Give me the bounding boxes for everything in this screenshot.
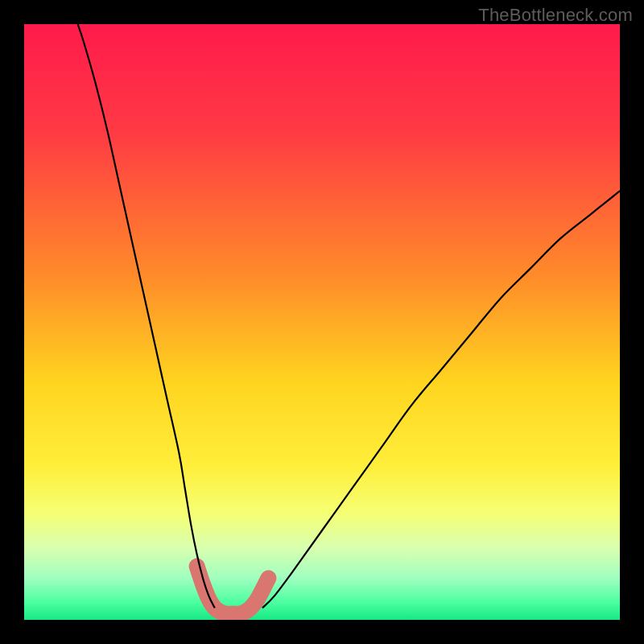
highlight-band: [197, 566, 269, 613]
curves-layer: [24, 24, 620, 620]
chart-frame: TheBottleneck.com: [0, 0, 644, 644]
right-curve: [262, 191, 620, 608]
left-curve: [78, 24, 215, 608]
watermark-text: TheBottleneck.com: [478, 5, 633, 26]
plot-area: [24, 24, 620, 620]
